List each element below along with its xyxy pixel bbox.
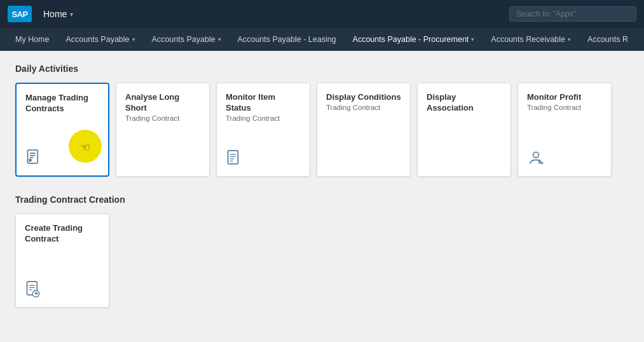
tile-title: Analyse Long Short Trading Contract — [125, 92, 200, 123]
nav-accounts-payable-leasing[interactable]: Accounts Payable - Leasing — [230, 31, 344, 48]
tile-title: Display Conditions Trading Contract — [326, 92, 401, 113]
search-box — [509, 6, 636, 22]
nav-chevron-icon: ▾ — [132, 36, 135, 43]
home-menu[interactable]: Home ▾ — [38, 9, 78, 19]
home-chevron-icon: ▾ — [70, 11, 73, 18]
person-chart-icon — [527, 149, 602, 167]
tile-title: Monitor Item Status Trading Contract — [226, 92, 301, 123]
home-label: Home — [43, 9, 67, 19]
nav-bar: My Home Accounts Payable ▾ Accounts Paya… — [0, 28, 644, 51]
nav-chevron-icon: ▾ — [218, 36, 221, 43]
tile-monitor-item-status[interactable]: Monitor Item Status Trading Contract — [216, 83, 310, 177]
nav-accounts-payable-procurement[interactable]: Accounts Payable - Procurement ▾ — [345, 31, 483, 48]
search-input[interactable] — [509, 6, 636, 22]
tile-create-trading-contract[interactable]: Create Trading Contract ★ — [15, 214, 109, 308]
tile-display-conditions[interactable]: Display Conditions Trading Contract — [317, 83, 411, 177]
creation-section-title: Trading Contract Creation — [15, 195, 629, 205]
cursor-hand-icon: ☜ — [80, 140, 90, 154]
nav-accounts-r[interactable]: Accounts R — [580, 31, 636, 48]
tile-display-association[interactable]: Display Association — [417, 83, 511, 177]
nav-chevron-icon: ▾ — [471, 36, 474, 43]
tile-title: Manage Trading Contracts — [25, 93, 99, 114]
nav-accounts-receivable[interactable]: Accounts Receivable ▾ — [483, 31, 579, 48]
tile-manage-trading-contracts[interactable]: Manage Trading Contracts ☜ — [15, 83, 109, 177]
tile-title: Monitor Profit Trading Contract — [527, 92, 602, 113]
creation-grid: Create Trading Contract ★ — [15, 214, 629, 308]
daily-activities-grid: Manage Trading Contracts ☜ Analyse Long … — [15, 83, 629, 177]
svg-point-10 — [533, 152, 539, 158]
nav-my-home[interactable]: My Home — [8, 31, 57, 48]
tile-title: Create Trading Contract — [25, 223, 100, 245]
daily-activities-title: Daily Activities — [15, 64, 629, 74]
tile-title: Display Association — [427, 92, 502, 114]
nav-chevron-icon: ▾ — [568, 36, 571, 43]
cursor-indicator: ☜ — [69, 130, 102, 163]
document-star-icon: ★ — [25, 280, 100, 298]
sap-logo: SAP — [8, 6, 32, 22]
svg-rect-5 — [228, 151, 238, 164]
nav-accounts-payable-1[interactable]: Accounts Payable ▾ — [58, 31, 142, 48]
top-bar: SAP Home ▾ — [0, 0, 644, 28]
tile-analyse-long-short[interactable]: Analyse Long Short Trading Contract — [116, 83, 210, 177]
nav-accounts-payable-2[interactable]: Accounts Payable ▾ — [144, 31, 229, 48]
document-lines-icon — [226, 149, 301, 167]
tile-monitor-profit[interactable]: Monitor Profit Trading Contract — [517, 83, 612, 177]
main-content: Daily Activities Manage Trading Contract… — [0, 51, 644, 338]
svg-rect-4 — [29, 159, 31, 161]
